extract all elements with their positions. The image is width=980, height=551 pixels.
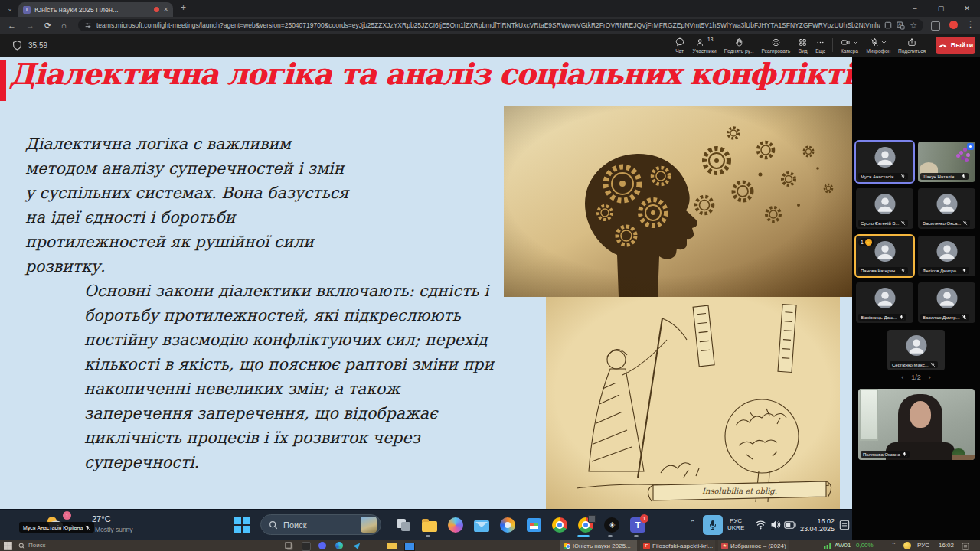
taskbar-app-icon[interactable] [352, 542, 361, 550]
ticker-symbol[interactable]: AW01 [835, 540, 851, 551]
tray-time[interactable]: 16:02 [939, 540, 954, 551]
tray-app-icon[interactable] [903, 542, 911, 549]
notification-center-icon[interactable] [839, 520, 850, 530]
forward-button[interactable]: → [26, 20, 34, 31]
taskbar-app-icon[interactable] [302, 542, 311, 551]
toolbar-divider [832, 38, 833, 52]
browser-menu-icon[interactable]: ⋮ [966, 19, 975, 29]
camera-button[interactable]: Камера [836, 37, 862, 54]
bookmark-star-icon[interactable]: ☆ [910, 21, 917, 31]
clock[interactable]: 16:02 23.04.2025 [798, 517, 835, 533]
chrome-icon [564, 543, 570, 549]
participant-tile[interactable]: Василюк Дмитр... [918, 282, 975, 323]
spotlight-video-tile[interactable]: Полякова Оксана [858, 389, 975, 460]
participants-button[interactable]: 13 Участники [689, 37, 720, 54]
search-label[interactable]: Поиск [28, 540, 45, 551]
wifi-icon[interactable] [755, 520, 766, 530]
avatar [906, 335, 926, 356]
share-button[interactable]: Поделиться [894, 37, 929, 54]
task-view-button[interactable] [394, 516, 413, 534]
teams-icon: T1 [630, 517, 645, 533]
participant-name: Вісківниць Даш... [858, 314, 906, 321]
folder-icon[interactable] [387, 543, 397, 549]
chrome-button[interactable] [550, 516, 569, 534]
teams-button[interactable]: T1 [629, 516, 647, 534]
gallery-next-icon[interactable]: › [929, 373, 931, 381]
leave-button[interactable]: Выйти [936, 37, 975, 54]
view-button[interactable]: Вид [794, 37, 812, 54]
translate-icon[interactable]: A [897, 21, 905, 30]
weather-temp[interactable]: 27°C [92, 514, 111, 523]
tray-expand-chevron[interactable]: ⌃ [690, 519, 696, 527]
browser-tab-strip: ⌄ T Юність науки 2025 Плен... ✕ + – ▢ ✕ [0, 0, 980, 17]
participant-tile[interactable]: Фетісов Дмитро... [918, 236, 975, 276]
copilot-button[interactable] [446, 516, 465, 534]
extensions-icon[interactable] [931, 21, 940, 31]
avatar [874, 241, 895, 262]
chevron-down-icon[interactable] [881, 41, 887, 44]
gallery-prev-icon[interactable]: ‹ [901, 373, 903, 381]
notification-icon[interactable] [962, 543, 969, 550]
tray-expand-chevron[interactable]: ⌃ [891, 540, 897, 551]
ticker-chart-icon[interactable] [824, 543, 831, 549]
volume-icon[interactable] [770, 520, 781, 530]
reading-mode-icon[interactable] [884, 21, 892, 29]
photos-button[interactable] [498, 516, 517, 534]
microphone-button[interactable]: Микрофон [862, 37, 894, 54]
avatar [874, 147, 895, 168]
mail-button[interactable] [472, 516, 491, 534]
participant-tile[interactable]: Муся Анастасія ... [856, 142, 913, 182]
browser-tab[interactable]: T Юність науки 2025 Плен... ✕ [18, 2, 173, 17]
open-app-indicator [426, 535, 430, 537]
voice-typing-indicator[interactable] [703, 515, 723, 535]
tab-close-icon[interactable]: ✕ [163, 6, 168, 13]
language-indicator[interactable]: РУСUKRE [727, 517, 744, 531]
react-button[interactable]: Реагировать [757, 37, 794, 54]
taskbar-window-button[interactable]: Юність науки 2025... [560, 540, 637, 551]
start-button[interactable] [4, 542, 12, 550]
chrome-active-button[interactable] [577, 516, 595, 534]
presenter-label: Муся Анастасія Юріївна [19, 522, 94, 533]
participant-tile[interactable]: 1✋ Панова Катерин... [856, 236, 913, 276]
address-bar[interactable]: teams.microsoft.com/light-meetings/launc… [78, 19, 923, 31]
participant-tile[interactable]: Сергієнко Макс... [887, 330, 945, 370]
battery-icon[interactable] [784, 521, 796, 529]
participant-tile[interactable]: Василенко Окса... [918, 188, 975, 229]
taskbar-app-icon[interactable] [335, 542, 343, 549]
mic-muted-icon [962, 315, 967, 320]
back-button[interactable]: ← [8, 20, 16, 31]
chatgpt-button[interactable]: ✳ [603, 516, 621, 534]
new-tab-button[interactable]: + [181, 2, 186, 13]
window-maximize-button[interactable]: ▢ [928, 0, 954, 17]
avatar [936, 194, 957, 214]
chatgpt-icon: ✳ [604, 517, 619, 533]
start-button[interactable] [234, 517, 250, 533]
reload-button[interactable]: ⟳ [44, 20, 51, 31]
home-button[interactable]: ⌂ [61, 20, 67, 31]
window-close-button[interactable]: ✕ [954, 0, 980, 17]
chat-button[interactable]: Чат [671, 37, 689, 54]
recorder-extension-icon[interactable] [949, 21, 958, 29]
more-button[interactable]: Еще [812, 37, 829, 54]
display-icon[interactable] [404, 543, 415, 551]
task-view-icon[interactable] [285, 542, 293, 550]
site-info-icon[interactable] [84, 21, 92, 29]
chevron-down-icon[interactable] [853, 41, 858, 44]
participant-tile[interactable]: Сусло Євгеній В... [856, 188, 913, 229]
raise-hand-button[interactable]: Поднять ру... [720, 37, 758, 54]
language-indicator[interactable]: РУС [917, 540, 929, 551]
mic-muted-icon [902, 452, 907, 457]
taskbar-app-icon[interactable] [318, 542, 326, 549]
taskbar-window-button[interactable]: ★ Избранное – (2024) [718, 540, 789, 551]
taskbar-search[interactable]: Поиск [260, 514, 381, 535]
photos-icon [500, 517, 515, 533]
participant-tile[interactable]: Вісківниць Даш... [856, 282, 913, 323]
file-explorer-button[interactable] [420, 516, 439, 534]
participant-tile[interactable]: Шакун Наталія ... [918, 142, 975, 182]
window-minimize-button[interactable]: – [902, 0, 928, 17]
taskbar-window-button[interactable]: F Filosofski-aspekti-kri... [640, 540, 715, 551]
slide-paragraph-1: Діалектична логіка є важливим методом ан… [25, 132, 356, 279]
tab-search-icon[interactable]: ⌄ [5, 3, 15, 14]
store-button[interactable] [524, 516, 543, 534]
search-icon[interactable] [18, 543, 25, 549]
